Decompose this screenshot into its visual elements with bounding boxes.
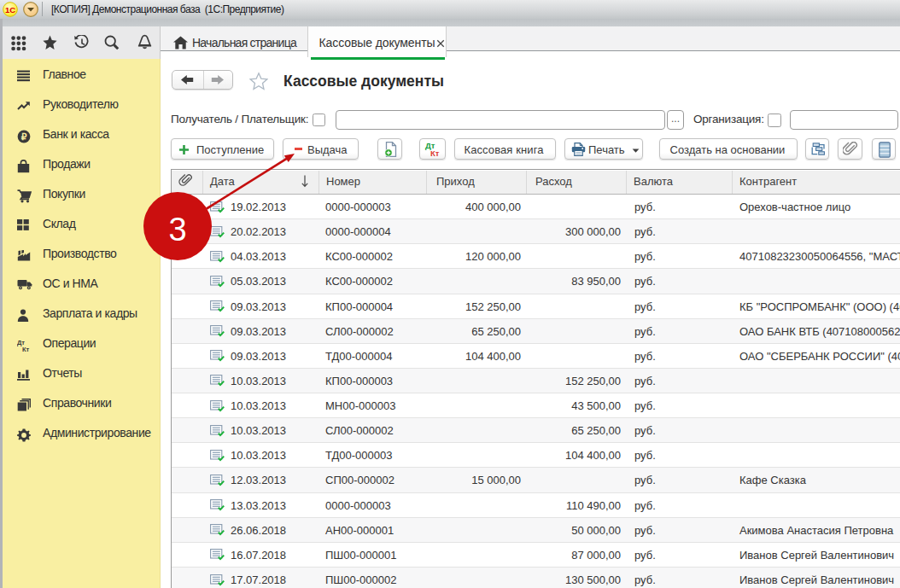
svg-text:Кт: Кт — [22, 346, 30, 352]
svg-text:₽: ₽ — [21, 131, 27, 142]
svg-text:1С: 1С — [5, 5, 15, 15]
